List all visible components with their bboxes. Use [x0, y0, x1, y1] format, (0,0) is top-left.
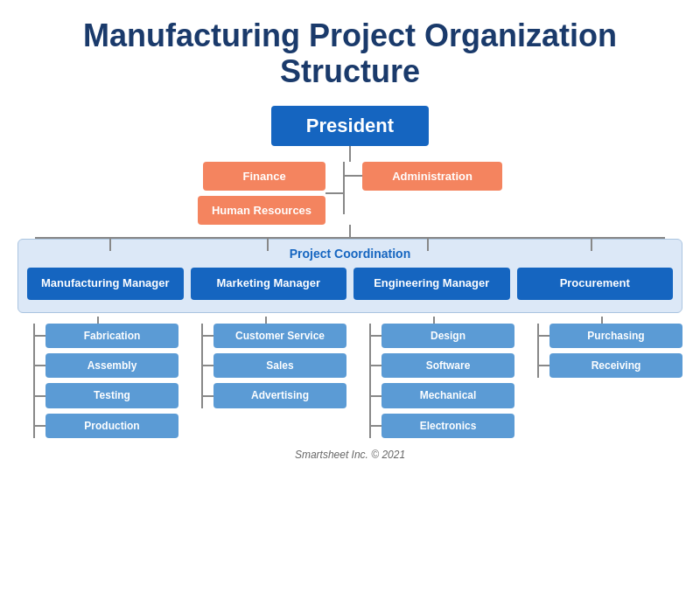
mktg-sub-list: Customer Service Sales Advertising	[203, 324, 346, 408]
administration-box: Administration	[362, 162, 502, 191]
mktg-v-container	[186, 324, 203, 408]
left-h-connector: Finance Human Resources	[198, 162, 343, 225]
sub-item-purchasing: Purchasing	[539, 324, 682, 348]
sub-item-sales: Sales	[203, 353, 346, 378]
left-staff-boxes: Finance Human Resources	[198, 162, 326, 225]
fab-h	[35, 335, 46, 337]
page-title: Manufacturing Project Organization Struc…	[18, 17, 682, 90]
eng-sub-body: Design Software Mechanical Electron	[354, 324, 514, 439]
human-resources-box: Human Resources	[198, 196, 326, 225]
design-box: Design	[382, 324, 514, 348]
mktg-v-top	[265, 317, 267, 324]
left-h-line	[326, 192, 343, 194]
engineering-manager-box: Engineering Manager	[354, 268, 510, 300]
manuf-v-container	[18, 324, 35, 439]
purchasing-box: Purchasing	[550, 324, 682, 348]
sub-item-mechanical: Mechanical	[371, 383, 514, 408]
sw-h	[371, 365, 382, 366]
pur-h	[539, 335, 550, 337]
eng-v-top	[433, 317, 435, 324]
president-box: President	[271, 106, 429, 146]
procurement-box: Procurement	[517, 268, 674, 300]
finance-box: Finance	[203, 162, 326, 191]
managers-h-line	[35, 237, 665, 239]
advertising-box: Advertising	[214, 383, 346, 408]
sales-box: Sales	[214, 353, 346, 378]
footer: Smartsheet Inc. © 2021	[295, 449, 405, 461]
sub-item-receiving: Receiving	[539, 353, 682, 378]
sub-item-electronics: Electronics	[371, 414, 514, 438]
manufacturing-manager-col: Manufacturing Manager	[27, 268, 184, 300]
managers-row: Manufacturing Manager Marketing Manager …	[27, 268, 673, 300]
assembly-box: Assembly	[46, 353, 178, 378]
manufacturing-manager-box: Manufacturing Manager	[27, 268, 184, 300]
rec-h	[539, 365, 550, 366]
proc-sub-body: Purchasing Receiving	[522, 324, 682, 379]
mktg-sub-body: Customer Service Sales Advertising	[186, 324, 346, 408]
sub-item-advertising: Advertising	[203, 383, 346, 408]
tick1	[109, 239, 111, 251]
proj-coord-label: Project Coordination	[290, 247, 410, 261]
sub-item-assembly: Assembly	[35, 353, 178, 378]
marketing-manager-box: Marketing Manager	[191, 268, 347, 300]
mech-h	[371, 395, 382, 397]
president-section: President Finance Human Resources	[18, 106, 682, 438]
manuf-sub-body: Fabrication Assembly Testing Produc	[18, 324, 178, 439]
right-staff-col: Administration	[345, 162, 502, 191]
manuf-v-top	[97, 317, 99, 324]
pres-v-line	[349, 146, 351, 162]
sub-item-customer-service: Customer Service	[203, 324, 346, 348]
eng-v-container	[354, 324, 371, 439]
engineering-manager-col: Engineering Manager	[354, 268, 510, 300]
manuf-sub-list: Fabrication Assembly Testing Produc	[35, 324, 178, 439]
sub-item-fabrication: Fabrication	[35, 324, 178, 348]
sales-h	[203, 365, 214, 366]
marketing-manager-col: Marketing Manager	[191, 268, 347, 300]
mechanical-box: Mechanical	[382, 383, 514, 408]
electronics-box: Electronics	[382, 414, 514, 438]
tick4	[591, 239, 592, 251]
customer-service-box: Customer Service	[214, 324, 346, 348]
elec-h	[371, 425, 382, 427]
proc-sub-col: Purchasing Receiving	[522, 317, 682, 379]
tick3	[427, 239, 429, 251]
sub-item-production: Production	[35, 414, 178, 438]
tst-h	[35, 395, 46, 397]
proc-v-container	[522, 324, 539, 379]
proc-sub-list: Purchasing Receiving	[539, 324, 682, 379]
sub-item-testing: Testing	[35, 383, 178, 408]
pres-to-managers-v	[349, 225, 351, 237]
mktg-sub-col: Customer Service Sales Advertising	[186, 317, 346, 408]
fabrication-box: Fabrication	[46, 324, 178, 348]
eng-sub-col: Design Software Mechanical Electron	[354, 317, 514, 439]
receiving-box: Receiving	[550, 353, 682, 378]
main-container: Manufacturing Project Organization Struc…	[18, 17, 682, 461]
proc-v-top	[601, 317, 603, 324]
cs-h	[203, 335, 214, 337]
production-box: Production	[46, 414, 178, 438]
asm-h	[35, 365, 46, 366]
procurement-col: Procurement	[517, 268, 674, 300]
adv-h	[203, 395, 214, 397]
sub-item-software: Software	[371, 353, 514, 378]
sub-items-row: Fabrication Assembly Testing Produc	[18, 317, 682, 439]
testing-box: Testing	[46, 383, 178, 408]
manuf-sub-col: Fabrication Assembly Testing Produc	[18, 317, 178, 439]
sub-item-design: Design	[371, 324, 514, 348]
proj-coord-section: Project Coordination Manufacturing Manag…	[18, 239, 682, 313]
left-staff-col: Finance Human Resources	[198, 162, 343, 225]
right-h-line	[345, 175, 362, 177]
software-box: Software	[382, 353, 514, 378]
eng-sub-list: Design Software Mechanical Electron	[371, 324, 514, 439]
prd-h	[35, 425, 46, 427]
des-h	[371, 335, 382, 337]
pres-h-row: Finance Human Resources Administration	[18, 162, 682, 225]
tick2	[267, 239, 269, 251]
